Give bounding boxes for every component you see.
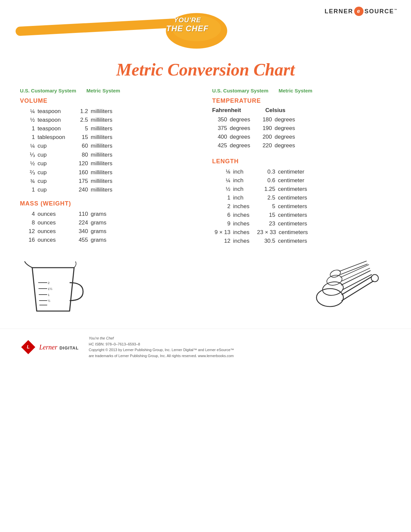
list-item: 425 degrees 220 degrees <box>212 141 391 150</box>
svg-point-12 <box>317 289 344 307</box>
illustrations: 2 1½ 1 ½ <box>0 252 411 325</box>
lerner-logo: LERNER e SOURCE™ <box>325 7 398 16</box>
fahrenheit-header: Fahrenheit <box>212 107 265 114</box>
footer-logo-text: Lerner DIGITAL <box>39 343 79 351</box>
metric-col-header-right: Metric System <box>279 88 332 93</box>
list-item: ¼ teaspoon 1.2 milliliters <box>20 107 199 116</box>
list-item: ½ teaspoon 2.5 milliliters <box>20 116 199 124</box>
list-item: 8 ounces 224 grams <box>20 218 199 227</box>
list-item: 16 ounces 455 grams <box>20 236 199 244</box>
measuring-spoons-illustration <box>305 259 391 319</box>
content-area: U.S. Customary System Metric System VOLU… <box>0 88 411 245</box>
footer-book-title: You're the Chef <box>89 335 234 341</box>
volume-rows: ¼ teaspoon 1.2 milliliters ½ teaspoon 2.… <box>20 107 199 194</box>
lerner-diamond-icon: L <box>20 339 37 355</box>
header: LERNER e SOURCE™ YOU'RE THE CHEF <box>0 0 411 57</box>
lerner-text: LERNER <box>325 8 353 15</box>
us-col-header-right: U.S. Customary System <box>212 88 279 93</box>
list-item: ⅛ inch 0.3 centimeter <box>212 168 391 176</box>
footer: L Lerner DIGITAL You're the Chef HC ISBN… <box>0 329 411 365</box>
list-item: 9 × 13 inches 23 × 33 centimeters <box>212 228 391 237</box>
e-icon: e <box>354 7 363 16</box>
footer-lerner-text: Lerner <box>39 343 57 351</box>
list-item: ⅔ cup 160 milliliters <box>20 168 199 177</box>
list-item: 12 inches 30.5 centimeters <box>212 237 391 245</box>
list-item: ¾ cup 175 milliliters <box>20 177 199 186</box>
measuring-cup-illustration: 2 1½ 1 ½ <box>20 259 86 319</box>
list-item: 1 inch 2.5 centimeters <box>212 194 391 202</box>
right-col-headers: U.S. Customary System Metric System <box>212 88 391 93</box>
mass-rows: 4 ounces 110 grams 8 ounces 224 grams 12… <box>20 210 199 244</box>
list-item: ¼ inch 0.6 centimeter <box>212 176 391 185</box>
list-item: 375 degrees 190 degrees <box>212 124 391 133</box>
footer-logo: L Lerner DIGITAL <box>20 339 79 355</box>
mass-section-title: MASS (WEIGHT) <box>20 200 199 207</box>
footer-trademark: are trademarks of Lerner Publishing Grou… <box>89 353 234 359</box>
temperature-rows: 350 degrees 180 degrees 375 degrees 190 … <box>212 115 391 150</box>
list-item: ½ cup 120 milliliters <box>20 159 199 168</box>
list-item: 9 inches 23 centimeters <box>212 219 391 228</box>
list-item: 350 degrees 180 degrees <box>212 115 391 124</box>
svg-point-14 <box>326 274 343 287</box>
length-rows: ⅛ inch 0.3 centimeter ¼ inch 0.6 centime… <box>212 168 391 245</box>
svg-point-16 <box>371 275 378 282</box>
svg-point-15 <box>329 269 342 279</box>
source-text: SOURCE™ <box>364 8 398 15</box>
svg-text:1½: 1½ <box>48 287 52 291</box>
us-col-header: U.S. Customary System <box>20 88 86 93</box>
list-item: 1 teaspoon 5 milliliters <box>20 124 199 133</box>
svg-rect-0 <box>15 18 187 36</box>
left-col-headers: U.S. Customary System Metric System <box>20 88 199 93</box>
temp-section-title: TEMPERATURE <box>212 97 391 104</box>
temp-headers: Fahrenheit Celsius <box>212 107 391 114</box>
list-item: 1 cup 240 milliliters <box>20 186 199 194</box>
list-item: 6 inches 15 centimeters <box>212 211 391 219</box>
spoon-illustration: YOU'RE THE CHEF <box>7 10 239 50</box>
svg-text:1: 1 <box>48 293 50 297</box>
spoon-text-line1: YOU'RE <box>166 16 209 24</box>
footer-digital-text: DIGITAL <box>59 345 79 350</box>
left-column: U.S. Customary System Metric System VOLU… <box>20 88 199 245</box>
list-item: 1 tablespoon 15 milliliters <box>20 133 199 142</box>
svg-text:½: ½ <box>48 299 51 303</box>
spoon-text-line2: THE CHEF <box>166 24 209 34</box>
celsius-header: Celsius <box>265 107 285 114</box>
length-section-title: LENGTH <box>212 158 391 165</box>
footer-copyright: Copyright © 2013 by Lerner Publishing Gr… <box>89 347 234 353</box>
list-item: ½ inch 1.25 centimeters <box>212 185 391 194</box>
list-item: ¼ cup 60 milliliters <box>20 142 199 150</box>
right-column: U.S. Customary System Metric System TEMP… <box>212 88 391 245</box>
svg-text:2: 2 <box>48 281 50 285</box>
list-item: 400 degrees 200 degrees <box>212 133 391 141</box>
svg-text:L: L <box>27 344 30 349</box>
list-item: ⅓ cup 80 milliliters <box>20 150 199 159</box>
footer-text-block: You're the Chef HC ISBN: 978–0–7613–6593… <box>89 335 234 359</box>
page-title: Metric Conversion Chart <box>0 60 411 79</box>
list-item: 12 ounces 340 grams <box>20 227 199 236</box>
list-item: 4 ounces 110 grams <box>20 210 199 218</box>
volume-section-title: VOLUME <box>20 97 199 104</box>
metric-col-header: Metric System <box>86 88 140 93</box>
list-item: 2 inches 5 centimeters <box>212 202 391 211</box>
footer-isbn: HC ISBN: 978–0–7613–6593–8 <box>89 341 234 347</box>
